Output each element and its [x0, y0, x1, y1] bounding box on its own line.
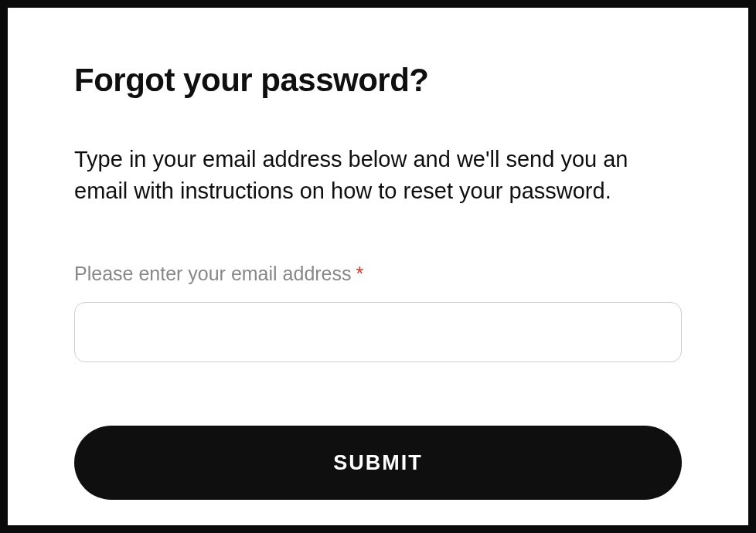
email-input[interactable] [74, 302, 682, 362]
forgot-password-modal: Forgot your password? Type in your email… [8, 8, 748, 525]
submit-button[interactable]: SUBMIT [74, 426, 682, 500]
email-label-text: Please enter your email address [74, 263, 352, 284]
modal-title: Forgot your password? [74, 62, 682, 99]
email-label: Please enter your email address* [74, 263, 682, 285]
modal-description: Type in your email address below and we'… [74, 144, 682, 207]
required-indicator: * [356, 263, 364, 284]
